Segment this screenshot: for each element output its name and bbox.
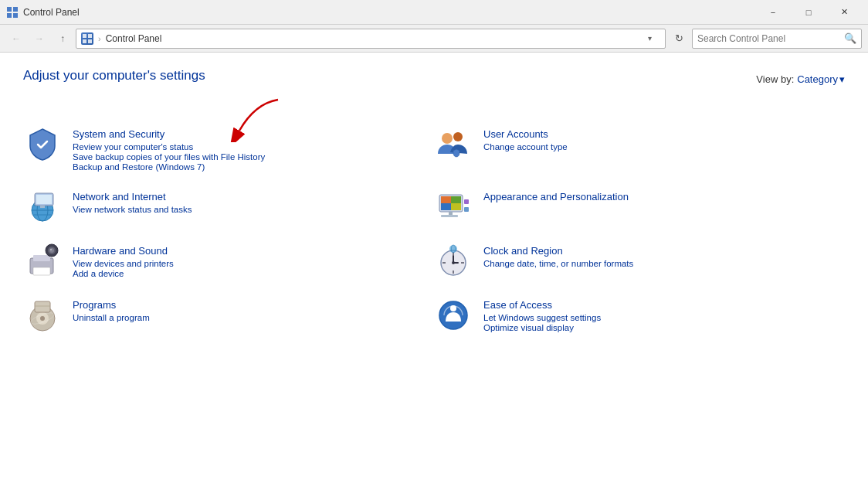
address-bar[interactable]: › Control Panel ▾ (76, 29, 666, 49)
svg-rect-27 (464, 199, 469, 204)
programs-info: Programs Uninstall a program (73, 296, 150, 323)
svg-rect-7 (88, 39, 92, 43)
category-programs[interactable]: Programs Uninstall a program (23, 288, 434, 342)
back-button[interactable]: ← (6, 29, 26, 49)
svg-rect-23 (441, 203, 451, 210)
clock-icon (434, 242, 473, 281)
svg-rect-3 (13, 13, 18, 18)
category-user-accounts[interactable]: User Accounts Change account type (434, 117, 845, 180)
programs-link-0[interactable]: Uninstall a program (73, 313, 150, 322)
ease-of-access-icon (434, 296, 473, 335)
user-accounts-title[interactable]: User Accounts (483, 128, 568, 140)
view-by-value-text: Category (797, 73, 838, 85)
user-accounts-link-0[interactable]: Change account type (483, 142, 568, 151)
hardware-sound-link-1[interactable]: Add a device (73, 269, 174, 278)
view-by-arrow: ▾ (839, 73, 845, 85)
title-bar-title: Control Panel (23, 7, 755, 18)
title-bar: Control Panel − □ ✕ (0, 0, 868, 25)
svg-point-35 (50, 249, 52, 250)
page-title: Adjust your computer's settings (23, 68, 205, 83)
minimize-button[interactable]: − (755, 0, 791, 25)
svg-rect-30 (33, 255, 50, 261)
ease-of-access-link-0[interactable]: Let Windows suggest settings (483, 313, 601, 322)
up-button[interactable]: ↑ (53, 29, 73, 49)
appearance-title[interactable]: Appearance and Personalization (483, 191, 629, 202)
svg-point-34 (49, 248, 54, 253)
svg-rect-4 (83, 34, 86, 38)
address-text: Control Panel (106, 33, 643, 44)
ease-of-access-link-1[interactable]: Optimize visual display (483, 323, 601, 332)
svg-rect-6 (83, 39, 86, 43)
system-security-title[interactable]: System and Security (73, 128, 265, 140)
category-system-security[interactable]: System and Security Review your computer… (23, 117, 434, 180)
main-content: Adjust your computer's settings View by:… (0, 53, 868, 490)
clock-region-info: Clock and Region Change date, time, or n… (483, 242, 633, 269)
appearance-icon (434, 188, 473, 226)
view-by-label: View by: (756, 73, 794, 85)
programs-icon (23, 296, 62, 335)
user-accounts-icon (434, 125, 473, 164)
category-network-internet[interactable]: Network and Internet View network status… (23, 180, 434, 234)
hardware-sound-icon (23, 242, 62, 281)
hardware-sound-title[interactable]: Hardware and Sound (73, 245, 174, 257)
maximize-button[interactable]: □ (791, 0, 826, 25)
forward-button[interactable]: → (29, 29, 49, 49)
main-wrapper: Adjust your computer's settings View by:… (23, 68, 845, 342)
svg-rect-21 (441, 196, 451, 203)
view-by-dropdown[interactable]: Category ▾ (797, 73, 845, 85)
system-security-icon (23, 125, 62, 164)
svg-rect-26 (441, 215, 458, 217)
search-input[interactable] (697, 33, 841, 44)
svg-rect-0 (7, 7, 12, 12)
svg-point-9 (442, 133, 453, 144)
ease-of-access-info: Ease of Access Let Windows suggest setti… (483, 296, 601, 333)
svg-rect-25 (449, 212, 453, 215)
address-separator: › (98, 34, 101, 43)
category-appearance[interactable]: Appearance and Personalization (434, 180, 845, 234)
svg-rect-1 (13, 7, 18, 12)
user-accounts-info: User Accounts Change account type (483, 125, 568, 152)
search-button[interactable]: 🔍 (844, 32, 856, 44)
appearance-info: Appearance and Personalization (483, 188, 629, 205)
svg-point-44 (449, 245, 457, 253)
programs-title[interactable]: Programs (73, 299, 150, 311)
svg-rect-22 (451, 196, 461, 203)
network-internet-icon (23, 188, 62, 226)
nav-bar: ← → ↑ › Control Panel ▾ ↻ 🔍 (0, 25, 868, 53)
system-security-link-1[interactable]: Save backup copies of your files with Fi… (73, 152, 265, 162)
hardware-sound-info: Hardware and Sound View devices and prin… (73, 242, 174, 279)
svg-rect-17 (36, 195, 52, 204)
svg-point-48 (40, 316, 45, 321)
address-bar-icon (81, 32, 93, 45)
svg-rect-24 (451, 203, 461, 210)
category-clock-region[interactable]: Clock and Region Change date, time, or n… (434, 234, 845, 288)
network-internet-title[interactable]: Network and Internet (73, 191, 192, 202)
svg-point-10 (453, 132, 463, 141)
category-ease-of-access[interactable]: Ease of Access Let Windows suggest setti… (434, 288, 845, 342)
view-by-container: View by: Category ▾ (756, 73, 845, 85)
system-security-link-0[interactable]: Review your computer's status (73, 142, 265, 151)
svg-rect-31 (33, 267, 50, 275)
svg-rect-2 (7, 13, 12, 18)
system-security-link-2[interactable]: Backup and Restore (Windows 7) (73, 162, 265, 172)
clock-region-link-0[interactable]: Change date, time, or number formats (483, 259, 633, 268)
svg-rect-5 (88, 34, 92, 38)
svg-rect-50 (35, 301, 50, 312)
svg-rect-28 (464, 207, 469, 212)
clock-region-title[interactable]: Clock and Region (483, 245, 633, 257)
refresh-button[interactable]: ↻ (669, 29, 689, 49)
close-button[interactable]: ✕ (826, 0, 862, 25)
system-security-info: System and Security Review your computer… (73, 125, 265, 172)
title-bar-icon (6, 6, 19, 19)
category-hardware-sound[interactable]: Hardware and Sound View devices and prin… (23, 234, 434, 288)
title-bar-controls: − □ ✕ (755, 0, 862, 25)
network-internet-info: Network and Internet View network status… (73, 188, 192, 215)
hardware-sound-link-0[interactable]: View devices and printers (73, 259, 174, 268)
search-bar[interactable]: 🔍 (692, 29, 862, 49)
categories-grid: System and Security Review your computer… (23, 117, 845, 342)
network-internet-link-0[interactable]: View network status and tasks (73, 205, 192, 214)
ease-of-access-title[interactable]: Ease of Access (483, 299, 601, 311)
svg-rect-18 (40, 206, 45, 208)
address-dropdown[interactable]: ▾ (648, 34, 660, 43)
